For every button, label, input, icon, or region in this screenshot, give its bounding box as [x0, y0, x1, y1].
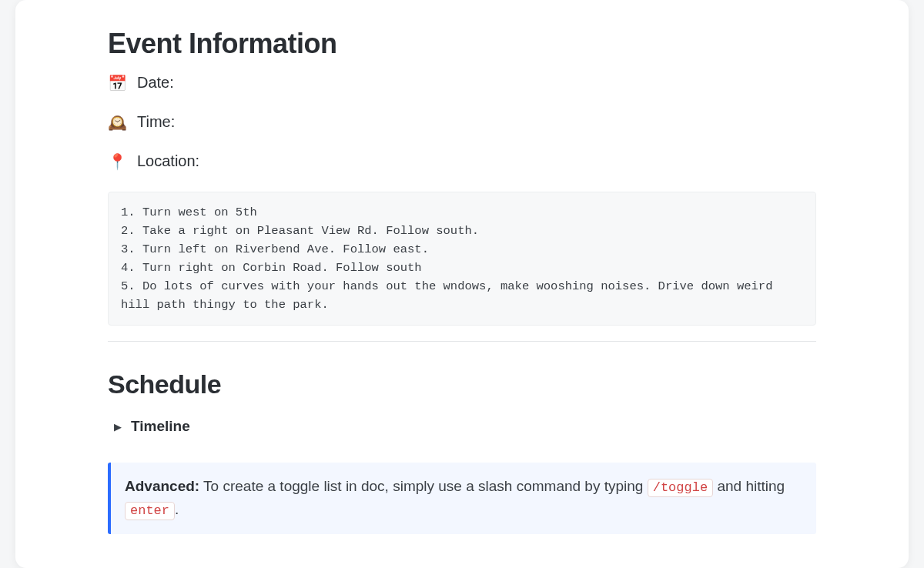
schedule-heading: Schedule	[108, 369, 816, 399]
document-content: Event Information 📅 Date: 🕰️ Time: 📍 Loc…	[108, 28, 816, 534]
section-divider	[108, 341, 816, 342]
toggle-inline-code: /toggle	[648, 479, 713, 497]
callout-text-3: .	[175, 501, 179, 517]
document-page: Event Information 📅 Date: 🕰️ Time: 📍 Loc…	[15, 0, 909, 568]
location-row[interactable]: 📍 Location:	[108, 152, 816, 170]
date-label: Date:	[137, 74, 174, 92]
callout-strong: Advanced:	[125, 478, 199, 494]
calendar-icon: 📅	[108, 75, 125, 91]
timeline-toggle[interactable]: ▶ Timeline	[114, 418, 816, 435]
callout-text-2: and hitting	[713, 478, 785, 494]
clock-icon: 🕰️	[108, 115, 125, 130]
pin-icon: 📍	[108, 154, 125, 169]
advanced-callout: Advanced: To create a toggle list in doc…	[108, 463, 816, 534]
time-label: Time:	[137, 113, 175, 131]
callout-text-1: To create a toggle list in doc, simply u…	[199, 478, 648, 494]
date-row[interactable]: 📅 Date:	[108, 74, 816, 92]
location-label: Location:	[137, 152, 199, 170]
event-information-heading: Event Information	[108, 28, 816, 60]
time-row[interactable]: 🕰️ Time:	[108, 113, 816, 131]
enter-inline-code: enter	[125, 502, 175, 520]
directions-code-block[interactable]: 1. Turn west on 5th 2. Take a right on P…	[108, 192, 816, 326]
timeline-toggle-label: Timeline	[131, 418, 190, 435]
caret-right-icon: ▶	[114, 421, 122, 433]
